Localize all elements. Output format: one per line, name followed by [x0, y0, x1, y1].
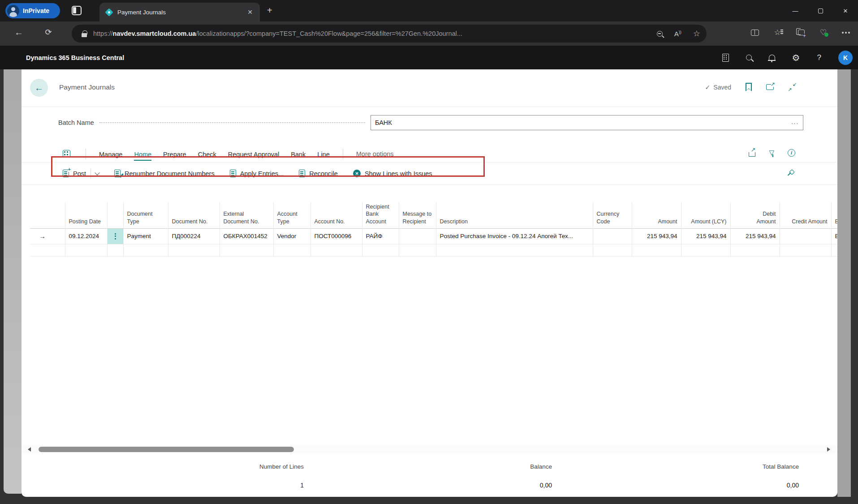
browser-essentials-icon[interactable]: ♡ [820, 28, 827, 37]
back-button[interactable]: ← [30, 79, 48, 97]
scroll-right-arrow[interactable] [827, 447, 830, 452]
cell-amount[interactable] [632, 244, 681, 256]
browser-refresh-button[interactable]: ⟳ [39, 27, 57, 37]
ribbon-tab-request-approval[interactable]: Request Approval [228, 147, 279, 161]
company-icon[interactable] [722, 54, 729, 62]
browser-tab[interactable]: Payment Journals ✕ [99, 3, 260, 21]
batch-name-input[interactable] [371, 115, 803, 130]
notifications-icon[interactable] [769, 55, 775, 60]
cell-description[interactable] [436, 244, 593, 256]
cell-document-no[interactable] [168, 244, 220, 256]
show-lines-with-issues-button[interactable]: ✕ Show Lines with Issues [353, 170, 432, 177]
favorite-star-icon[interactable]: ☆ [693, 29, 700, 38]
window-close-button[interactable]: ✕ [833, 0, 858, 21]
cell-indicator[interactable]: → [30, 228, 65, 244]
cell-message-to-recipient[interactable] [399, 244, 436, 256]
user-avatar[interactable]: K [838, 51, 853, 65]
help-icon[interactable]: ? [817, 53, 821, 62]
column-header-description[interactable]: Description [436, 202, 593, 228]
column-header-document-type[interactable]: Document Type [123, 202, 168, 228]
grid-icon[interactable] [63, 150, 70, 158]
post-button[interactable]: Post [63, 170, 86, 177]
lock-icon[interactable] [82, 33, 87, 37]
column-header-recipient-bank-account[interactable]: Recipient Bank Account [362, 202, 399, 228]
window-maximize-button[interactable] [808, 0, 833, 21]
cell-external-document-no[interactable] [220, 244, 273, 256]
cell-account-type[interactable]: Vendor [273, 228, 310, 244]
cell-document-type[interactable] [123, 244, 168, 256]
cell-description[interactable]: Posted Purchase Invoice - 09.12.24 Апоге… [436, 228, 593, 244]
cell-account-no[interactable] [310, 244, 362, 256]
cell-recipient-bank-account[interactable]: РАЙФ [362, 228, 399, 244]
column-header-options[interactable] [107, 202, 123, 228]
inprivate-badge[interactable]: InPrivate [5, 3, 60, 18]
open-in-new-window-icon[interactable] [766, 84, 774, 90]
column-header-amount[interactable]: Amount [632, 202, 681, 228]
horizontal-scrollbar[interactable] [22, 445, 837, 453]
ribbon-tab-line[interactable]: Line [317, 147, 329, 161]
column-header-credit-amount[interactable]: Credit Amount [780, 202, 831, 228]
vertical-scrollbar[interactable] [837, 69, 851, 497]
split-screen-icon[interactable] [751, 30, 759, 36]
column-header-external-document-no[interactable]: External Document No. [220, 202, 273, 228]
horizontal-scrollbar-thumb[interactable] [39, 447, 294, 452]
cell-posting-date[interactable]: 09.12.2024 [65, 228, 107, 244]
cell-message-to-recipient[interactable] [399, 228, 436, 244]
journal-line-row[interactable]: →09.12.2024PaymentПД000224ОБКРАХ001452Ve… [30, 228, 837, 244]
zoom-out-icon[interactable] [657, 31, 663, 37]
column-header-message-to-recipient[interactable]: Message to Recipient [399, 202, 436, 228]
column-header-currency-code[interactable]: Currency Code [593, 202, 632, 228]
cell-recipient-bank-account[interactable] [362, 244, 399, 256]
column-header-posting-date[interactable]: Posting Date [65, 202, 107, 228]
tab-actions-icon[interactable] [72, 6, 82, 15]
cell-account-type[interactable] [273, 244, 310, 256]
ribbon-tab-prepare[interactable]: Prepare [163, 147, 186, 161]
browser-back-button[interactable]: ← [10, 27, 28, 38]
reconcile-button[interactable]: Reconcile [299, 170, 338, 177]
search-icon[interactable] [746, 55, 752, 60]
column-header-account-type[interactable]: Account Type [273, 202, 310, 228]
cell-currency-code[interactable] [593, 244, 632, 256]
cell-debit-amount[interactable] [730, 244, 780, 256]
cell-debit-amount[interactable]: 215 943,94 [730, 228, 780, 244]
ribbon-tab-home[interactable]: Home [134, 147, 151, 161]
column-header-bal[interactable]: Ba Ty [831, 202, 837, 228]
chevron-down-icon[interactable] [95, 170, 99, 175]
scroll-left-arrow[interactable] [28, 447, 31, 452]
cell-currency-code[interactable] [593, 228, 632, 244]
more-options-button[interactable]: More options [356, 150, 394, 158]
cell-credit-amount[interactable] [780, 228, 831, 244]
cell-posting-date[interactable] [65, 244, 107, 256]
row-options-icon[interactable] [111, 233, 120, 239]
url-text[interactable]: https://navdev.smartcloud.com.ua/localiz… [93, 30, 651, 37]
cell-document-type[interactable]: Payment [123, 228, 168, 244]
unpin-icon[interactable] [786, 170, 794, 178]
cell-amount[interactable]: 215 943,94 [632, 228, 681, 244]
cell-credit-amount[interactable] [780, 244, 831, 256]
share-icon[interactable] [749, 152, 755, 157]
settings-gear-icon[interactable]: ⚙ [792, 53, 800, 62]
ribbon-tab-manage[interactable]: Manage [99, 147, 122, 161]
cell-external-document-no[interactable]: ОБКРАХ001452 [220, 228, 273, 244]
cell-account-no[interactable]: ПОСТ000096 [310, 228, 362, 244]
empty-row[interactable] [30, 244, 837, 256]
filter-icon[interactable]: ▽ [769, 149, 774, 157]
window-minimize-button[interactable]: — [783, 0, 808, 21]
info-icon[interactable]: i [788, 149, 795, 157]
url-field[interactable]: https://navdev.smartcloud.com.ua/localiz… [72, 25, 707, 43]
browser-menu-icon[interactable] [842, 32, 844, 34]
column-header-document-no[interactable]: Document No. [168, 202, 220, 228]
column-header-amount-lcy[interactable]: Amount (LCY) [681, 202, 730, 228]
favorites-icon[interactable]: ☆ [774, 28, 781, 37]
ribbon-tab-bank[interactable]: Bank [291, 147, 306, 161]
renumber-documents-button[interactable]: Renumber Document Numbers [114, 170, 215, 177]
collapse-icon[interactable]: ↙↗ [788, 84, 796, 91]
assist-edit-button[interactable]: ... [791, 119, 799, 125]
cell-indicator[interactable] [30, 244, 65, 256]
column-header-indicator[interactable] [30, 202, 65, 228]
cell-bal[interactable] [831, 244, 837, 256]
new-tab-button[interactable]: + [267, 5, 272, 16]
cell-amount-lcy[interactable] [681, 244, 730, 256]
tab-close-icon[interactable]: ✕ [245, 8, 255, 17]
ribbon-tab-check[interactable]: Check [198, 147, 216, 161]
